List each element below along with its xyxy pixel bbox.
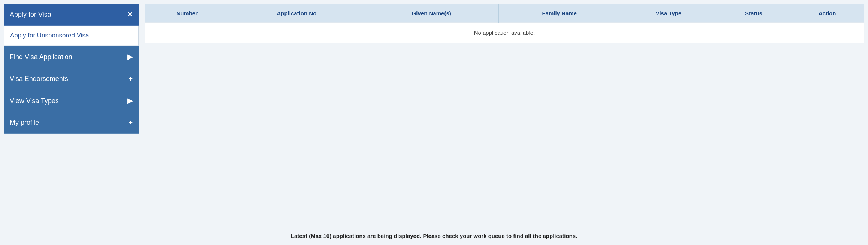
apply-for-visa-submenu: Apply for Unsponsored Visa	[4, 26, 139, 46]
sidebar-item-label: View Visa Types	[10, 97, 59, 105]
sidebar-item-label: Apply for Visa	[10, 11, 51, 19]
col-visa-type: Visa Type	[620, 4, 717, 23]
applications-table: Number Application No Given Name(s) Fami…	[145, 4, 864, 43]
col-given-names: Given Name(s)	[364, 4, 499, 23]
sidebar-item-my-profile[interactable]: My profile +	[4, 112, 139, 134]
col-action: Action	[790, 4, 864, 23]
chevron-right-icon: ▶	[127, 97, 133, 105]
apply-unsponsored-visa-item[interactable]: Apply for Unsponsored Visa	[4, 26, 138, 46]
table-header: Number Application No Given Name(s) Fami…	[145, 4, 864, 23]
sidebar-item-view-visa-types[interactable]: View Visa Types ▶	[4, 90, 139, 112]
submenu-item-label: Apply for Unsponsored Visa	[10, 32, 89, 39]
col-application-no: Application No	[229, 4, 364, 23]
applications-table-container: Number Application No Given Name(s) Fami…	[145, 4, 864, 43]
sidebar-item-label: Find Visa Application	[10, 53, 72, 61]
footer-note-text: Latest (Max 10) applications are being d…	[291, 233, 577, 239]
sidebar-item-find-visa-application[interactable]: Find Visa Application ▶	[4, 46, 139, 68]
sidebar-item-visa-endorsements[interactable]: Visa Endorsements +	[4, 68, 139, 90]
plus-icon: +	[129, 75, 133, 83]
sidebar-item-label: Visa Endorsements	[10, 75, 68, 83]
sidebar-item-apply-for-visa[interactable]: Apply for Visa ✕	[4, 4, 139, 26]
chevron-right-icon: ▶	[127, 53, 133, 61]
sidebar: Apply for Visa ✕ Apply for Unsponsored V…	[4, 4, 139, 218]
col-status: Status	[717, 4, 790, 23]
empty-message-cell: No application available.	[145, 23, 864, 43]
col-number: Number	[145, 4, 229, 23]
sidebar-item-label: My profile	[10, 119, 39, 127]
col-family-name: Family Name	[499, 4, 620, 23]
close-icon: ✕	[127, 10, 133, 19]
footer-note: Latest (Max 10) applications are being d…	[0, 221, 868, 245]
empty-message-row: No application available.	[145, 23, 864, 43]
plus-icon: +	[129, 119, 133, 127]
table-body: No application available.	[145, 23, 864, 43]
content-area: Number Application No Given Name(s) Fami…	[145, 4, 864, 218]
